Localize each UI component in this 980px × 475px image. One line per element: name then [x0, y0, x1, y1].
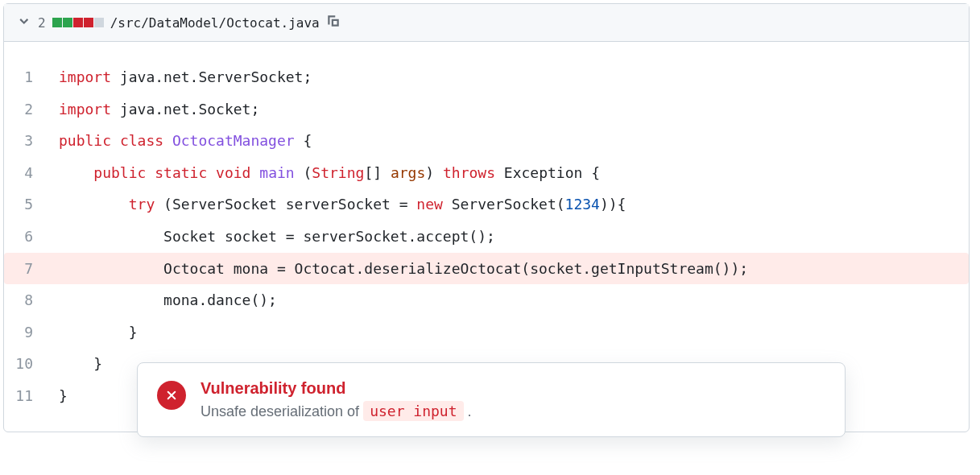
vulnerability-description: Unsafe deserialization of user input .: [201, 403, 472, 420]
line-content: Socket socket = serverSocket.accept();: [52, 221, 969, 253]
code-line[interactable]: 4 public static void main (String[] args…: [4, 157, 969, 189]
diff-neutral-square: [94, 18, 104, 27]
diff-count: 2: [38, 15, 46, 31]
diff-header[interactable]: 2 /src/DataModel/Octocat.java: [4, 4, 969, 42]
code-line[interactable]: 6 Socket socket = serverSocket.accept();: [4, 221, 969, 253]
error-icon: [157, 381, 186, 410]
code-line[interactable]: 2import java.net.Socket;: [4, 93, 969, 126]
diff-stat-squares: [52, 18, 104, 27]
line-number: 3: [4, 125, 52, 157]
line-content: }: [52, 316, 969, 349]
vuln-desc-code: user input: [363, 401, 463, 421]
diff-removed-square: [73, 18, 83, 27]
code-line[interactable]: 3public class OctocatManager {: [4, 125, 969, 157]
line-number: 4: [4, 157, 52, 189]
vulnerability-title: Vulnerability found: [201, 379, 472, 398]
line-content: try (ServerSocket serverSocket = new Ser…: [52, 188, 969, 221]
vulnerability-popup: Vulnerability found Unsafe deserializati…: [137, 362, 846, 437]
line-number: 11: [4, 380, 52, 412]
code-line[interactable]: 1import java.net.ServerSocket;: [4, 61, 969, 93]
line-number: 8: [4, 284, 52, 316]
code-line[interactable]: 7 Octocat mona = Octocat.deserializeOcto…: [4, 253, 969, 285]
code-line[interactable]: 8 mona.dance();: [4, 284, 969, 316]
line-content: mona.dance();: [52, 284, 969, 316]
line-number: 5: [4, 188, 52, 221]
line-number: 7: [4, 253, 52, 285]
copy-icon[interactable]: [326, 14, 341, 31]
line-number: 6: [4, 221, 52, 253]
vuln-desc-suffix: .: [468, 403, 472, 419]
line-content: Octocat mona = Octocat.deserializeOctoca…: [52, 253, 969, 285]
chevron-down-icon[interactable]: [17, 14, 31, 31]
code-line[interactable]: 9 }: [4, 316, 969, 349]
line-number: 10: [4, 348, 52, 380]
line-number: 1: [4, 61, 52, 93]
vuln-desc-prefix: Unsafe deserialization of: [201, 403, 363, 419]
vulnerability-content: Vulnerability found Unsafe deserializati…: [201, 379, 472, 420]
line-number: 9: [4, 316, 52, 349]
line-content: public static void main (String[] args) …: [52, 157, 969, 189]
diff-removed-square: [84, 18, 93, 27]
diff-added-square: [63, 18, 72, 27]
diff-added-square: [52, 18, 62, 27]
line-content: public class OctocatManager {: [52, 125, 969, 157]
code-line[interactable]: 5 try (ServerSocket serverSocket = new S…: [4, 188, 969, 221]
line-content: import java.net.ServerSocket;: [52, 61, 969, 93]
file-path[interactable]: /src/DataModel/Octocat.java: [110, 15, 320, 31]
line-content: import java.net.Socket;: [52, 93, 969, 126]
line-number: 2: [4, 93, 52, 126]
